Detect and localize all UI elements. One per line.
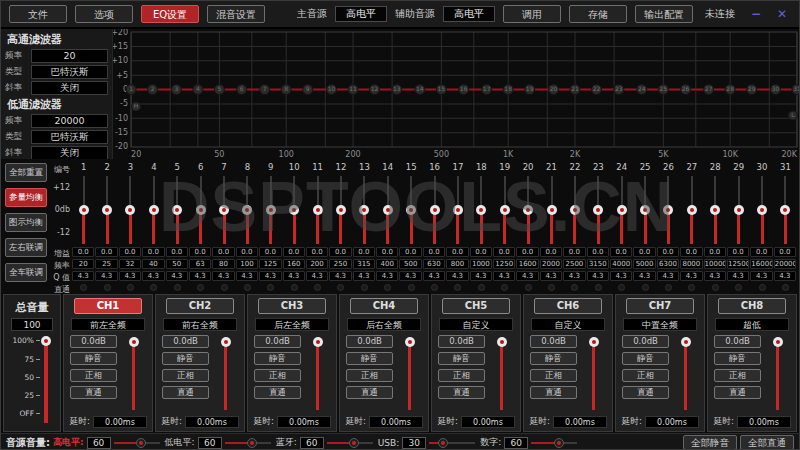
band-freq-value[interactable]: 25 bbox=[95, 259, 117, 269]
output-config-button[interactable]: 输出配置 bbox=[635, 5, 693, 23]
channel-through-button[interactable]: 直通 bbox=[438, 386, 485, 399]
aux-source-select[interactable]: 高电平 bbox=[443, 6, 495, 22]
band-bypass-radio[interactable] bbox=[174, 284, 181, 291]
channel-slider-handle[interactable] bbox=[313, 337, 323, 347]
band-slider-handle[interactable] bbox=[219, 205, 229, 215]
band-gain-slider[interactable] bbox=[329, 174, 352, 246]
band-gain-slider[interactable] bbox=[610, 174, 633, 246]
channel-volume-slider[interactable] bbox=[393, 335, 426, 414]
eq-mode-button-2[interactable]: 参量均衡 bbox=[5, 188, 47, 207]
channel-select-ch8[interactable]: CH8 bbox=[718, 298, 786, 314]
band-gain-slider[interactable] bbox=[236, 174, 259, 246]
eq-mode-button-5[interactable]: 全车联调 bbox=[5, 263, 47, 282]
band-q-value[interactable]: 4.3 bbox=[95, 271, 117, 281]
channel-phase-button[interactable]: 正相 bbox=[438, 369, 485, 382]
channel-through-button[interactable]: 直通 bbox=[346, 386, 393, 399]
band-q-value[interactable]: 4.3 bbox=[119, 271, 141, 281]
channel-slider-handle[interactable] bbox=[129, 337, 139, 347]
source-slider-handle[interactable] bbox=[349, 438, 359, 448]
source-volume-value[interactable]: 30 bbox=[402, 437, 426, 449]
channel-delay-value[interactable]: 0.00ms bbox=[645, 416, 699, 428]
band-bypass-radio[interactable] bbox=[80, 284, 87, 291]
channel-gain-button[interactable]: 0.0dB bbox=[162, 335, 209, 348]
channel-name-ch6[interactable]: 自定义 bbox=[531, 318, 605, 331]
band-gain-slider[interactable] bbox=[72, 174, 95, 246]
channel-slider-handle[interactable] bbox=[589, 337, 599, 347]
band-bypass-radio[interactable] bbox=[501, 284, 508, 291]
band-slider-handle[interactable] bbox=[687, 205, 697, 215]
band-bypass-radio[interactable] bbox=[408, 284, 415, 291]
band-q-value[interactable]: 4.3 bbox=[189, 271, 211, 281]
band-freq-value[interactable]: 20000 bbox=[774, 259, 796, 269]
channel-delay-value[interactable]: 0.00ms bbox=[553, 416, 607, 428]
band-bypass-radio[interactable] bbox=[314, 284, 321, 291]
band-bypass-radio[interactable] bbox=[197, 284, 204, 291]
channel-through-button[interactable]: 直通 bbox=[254, 386, 301, 399]
band-slider-handle[interactable] bbox=[617, 205, 627, 215]
band-gain-value[interactable]: 0.0 bbox=[236, 247, 258, 257]
channel-phase-button[interactable]: 正相 bbox=[622, 369, 669, 382]
band-gain-value[interactable]: 0.0 bbox=[470, 247, 492, 257]
channel-slider-handle[interactable] bbox=[773, 337, 783, 347]
band-bypass-radio[interactable] bbox=[735, 284, 742, 291]
channel-delay-value[interactable]: 0.00ms bbox=[369, 416, 423, 428]
hpf-freq-value[interactable]: 20 bbox=[31, 49, 108, 63]
band-bypass-radio[interactable] bbox=[478, 284, 485, 291]
mute-all-button[interactable]: 全部静音 bbox=[683, 435, 737, 450]
band-gain-slider[interactable] bbox=[470, 174, 493, 246]
band-gain-slider[interactable] bbox=[446, 174, 469, 246]
band-gain-slider[interactable] bbox=[704, 174, 727, 246]
channel-slider-handle[interactable] bbox=[221, 337, 231, 347]
channel-volume-slider[interactable] bbox=[209, 335, 242, 414]
band-q-value[interactable]: 4.3 bbox=[353, 271, 375, 281]
band-gain-value[interactable]: 0.0 bbox=[142, 247, 164, 257]
band-freq-value[interactable]: 250 bbox=[329, 259, 351, 269]
band-gain-slider[interactable] bbox=[540, 174, 563, 246]
band-q-value[interactable]: 4.3 bbox=[750, 271, 772, 281]
menu-file-button[interactable]: 文件 bbox=[9, 5, 67, 23]
band-gain-slider[interactable] bbox=[587, 174, 610, 246]
channel-through-button[interactable]: 直通 bbox=[70, 386, 117, 399]
band-bypass-radio[interactable] bbox=[688, 284, 695, 291]
channel-select-ch3[interactable]: CH3 bbox=[258, 298, 326, 314]
band-gain-slider[interactable] bbox=[750, 174, 773, 246]
master-volume-value[interactable]: 100 bbox=[11, 318, 53, 331]
band-bypass-radio[interactable] bbox=[454, 284, 461, 291]
band-freq-value[interactable]: 160 bbox=[283, 259, 305, 269]
band-freq-value[interactable]: 500 bbox=[399, 259, 421, 269]
band-slider-handle[interactable] bbox=[383, 205, 393, 215]
band-q-value[interactable]: 4.3 bbox=[470, 271, 492, 281]
channel-volume-slider[interactable] bbox=[301, 335, 334, 414]
band-gain-slider[interactable] bbox=[166, 174, 189, 246]
band-bypass-radio[interactable] bbox=[642, 284, 649, 291]
master-slider-handle[interactable] bbox=[41, 336, 51, 346]
band-slider-handle[interactable] bbox=[430, 205, 440, 215]
band-bypass-radio[interactable] bbox=[712, 284, 719, 291]
band-q-value[interactable]: 4.3 bbox=[727, 271, 749, 281]
band-gain-slider[interactable] bbox=[516, 174, 539, 246]
band-gain-value[interactable]: 0.0 bbox=[95, 247, 117, 257]
band-gain-value[interactable]: 0.0 bbox=[610, 247, 632, 257]
source-volume-slider[interactable] bbox=[327, 442, 373, 444]
band-slider-handle[interactable] bbox=[406, 205, 416, 215]
band-q-value[interactable]: 4.3 bbox=[72, 271, 94, 281]
channel-slider-handle[interactable] bbox=[681, 337, 691, 347]
band-gain-value[interactable]: 0.0 bbox=[516, 247, 538, 257]
band-freq-value[interactable]: 630 bbox=[423, 259, 445, 269]
channel-mute-button[interactable]: 静音 bbox=[530, 352, 577, 365]
band-bypass-radio[interactable] bbox=[361, 284, 368, 291]
band-bypass-radio[interactable] bbox=[267, 284, 274, 291]
band-gain-value[interactable]: 0.0 bbox=[212, 247, 234, 257]
channel-gain-button[interactable]: 0.0dB bbox=[622, 335, 669, 348]
band-q-value[interactable]: 4.3 bbox=[540, 271, 562, 281]
band-gain-value[interactable]: 0.0 bbox=[283, 247, 305, 257]
channel-gain-button[interactable]: 0.0dB bbox=[438, 335, 485, 348]
channel-delay-value[interactable]: 0.00ms bbox=[461, 416, 515, 428]
channel-delay-value[interactable]: 0.00ms bbox=[737, 416, 791, 428]
band-slider-handle[interactable] bbox=[149, 205, 159, 215]
band-freq-value[interactable]: 63 bbox=[189, 259, 211, 269]
band-freq-value[interactable]: 1250 bbox=[493, 259, 515, 269]
channel-select-ch6[interactable]: CH6 bbox=[534, 298, 602, 314]
band-slider-handle[interactable] bbox=[289, 205, 299, 215]
channel-slider-handle[interactable] bbox=[405, 337, 415, 347]
